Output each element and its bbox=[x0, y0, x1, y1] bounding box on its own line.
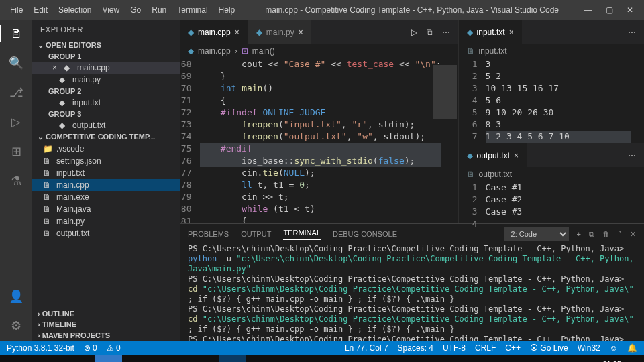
group-label: GROUP 3 bbox=[32, 109, 180, 119]
menu-help[interactable]: Help bbox=[214, 3, 240, 17]
maximize-icon[interactable]: ▢ bbox=[606, 5, 613, 15]
tab[interactable]: ◆input.txt× bbox=[459, 20, 523, 44]
tab[interactable]: ◆output.txt× bbox=[459, 143, 527, 167]
maven-section[interactable]: MAVEN PROJECTS bbox=[32, 330, 180, 341]
panel-tab[interactable]: OUTPUT bbox=[241, 230, 271, 238]
close-icon[interactable]: × bbox=[52, 63, 57, 72]
panel: PROBLEMSOUTPUTTERMINALDEBUG CONSOLE2: Co… bbox=[180, 223, 644, 341]
bell-icon[interactable]: 🔔 bbox=[627, 343, 637, 353]
trash-icon[interactable]: 🗑 bbox=[602, 230, 610, 238]
file-item[interactable]: 🗎input.txt bbox=[32, 167, 180, 179]
group-label: GROUP 2 bbox=[32, 86, 180, 97]
code-editor[interactable]: 6869707172737475767778798081828384858687… bbox=[180, 58, 458, 223]
panel-tab[interactable]: PROBLEMS bbox=[188, 230, 229, 238]
new-terminal-icon[interactable]: + bbox=[577, 230, 581, 238]
minimize-icon[interactable]: — bbox=[584, 5, 592, 15]
eol[interactable]: CRLF bbox=[475, 343, 496, 353]
vscode-icon[interactable]: ⋈ bbox=[219, 355, 246, 362]
file-item[interactable]: 🗎main.py bbox=[32, 215, 180, 227]
status-bar: Python 3.8.1 32-bit ⊗ 0 ⚠ 0 Ln 77, Col 7… bbox=[0, 341, 644, 355]
close-icon[interactable]: ✕ bbox=[627, 5, 633, 15]
menu-selection[interactable]: Selection bbox=[54, 3, 96, 17]
split-icon[interactable]: ⧉ bbox=[427, 27, 433, 37]
close-panel-icon[interactable]: ✕ bbox=[630, 230, 636, 239]
app-icon[interactable]: ▦ bbox=[188, 355, 215, 362]
settings-icon[interactable]: ⚙ bbox=[8, 318, 24, 334]
breadcrumb-output: output.txt bbox=[479, 170, 512, 179]
menu-view[interactable]: View bbox=[97, 3, 124, 17]
task-view-icon[interactable]: ⧉ bbox=[64, 355, 91, 362]
more-icon[interactable]: ⋯ bbox=[164, 25, 172, 34]
errors[interactable]: ⊗ 0 bbox=[84, 343, 97, 353]
menu-run[interactable]: Run bbox=[147, 3, 171, 17]
more-icon[interactable]: ⋯ bbox=[628, 27, 636, 37]
minimap[interactable] bbox=[441, 58, 458, 223]
menu-bar: FileEditSelectionViewGoRunTerminalHelp bbox=[5, 3, 239, 17]
panel-tab[interactable]: TERMINAL bbox=[283, 229, 321, 240]
test-icon[interactable]: ⚗ bbox=[8, 173, 24, 189]
breadcrumb[interactable]: ◆main.cpp›⊡main() bbox=[180, 44, 458, 58]
file-item[interactable]: 🗎main.exe bbox=[32, 191, 180, 203]
open-editor-item[interactable]: ◆main.py bbox=[32, 74, 180, 86]
search-taskbar-icon[interactable]: 🔍 bbox=[34, 355, 60, 362]
encoding[interactable]: UTF-8 bbox=[443, 343, 466, 353]
chrome-icon[interactable]: ◉ bbox=[95, 355, 122, 362]
group-label: GROUP 1 bbox=[32, 51, 180, 62]
run-debug-icon[interactable]: ▷ bbox=[8, 114, 24, 130]
file-item[interactable]: 🗎main.cpp bbox=[32, 179, 180, 191]
accounts-icon[interactable]: 👤 bbox=[8, 288, 24, 304]
file-explorer-icon[interactable]: 📁 bbox=[126, 355, 153, 362]
file-item[interactable]: 🗎settings.json bbox=[32, 155, 180, 167]
store-icon[interactable]: 🛍 bbox=[157, 355, 184, 362]
file-item[interactable]: 🗎Main.java bbox=[32, 203, 180, 215]
source-control-icon[interactable]: ⎇ bbox=[8, 84, 24, 101]
menu-file[interactable]: File bbox=[5, 3, 28, 17]
explorer-icon[interactable]: 🗎 bbox=[0, 25, 32, 42]
open-editors-section[interactable]: OPEN EDITORS bbox=[32, 40, 180, 51]
activity-bar: 🗎 🔍 ⎇ ▷ ⊞ ⚗ 👤 ⚙ bbox=[0, 20, 32, 341]
editor-tabs: ◆main.cpp×◆main.py×▷⧉⋯ bbox=[180, 20, 458, 44]
platform: Win32 bbox=[578, 343, 600, 353]
outline-section[interactable]: OUTLINE bbox=[32, 308, 180, 319]
panel-tab[interactable]: DEBUG CONSOLE bbox=[333, 230, 397, 238]
run-icon[interactable]: ▷ bbox=[411, 27, 417, 37]
sidebar: EXPLORER⋯ OPEN EDITORS GROUP 1×◆main.cpp… bbox=[32, 20, 180, 341]
open-editor-item[interactable]: ◆output.txt bbox=[32, 119, 180, 131]
open-editor-item[interactable]: ◆input.txt bbox=[32, 97, 180, 109]
chevron-up-icon[interactable]: ˄ bbox=[618, 230, 622, 239]
language[interactable]: C++ bbox=[505, 343, 521, 353]
spaces[interactable]: Spaces: 4 bbox=[398, 343, 433, 353]
menu-edit[interactable]: Edit bbox=[29, 3, 52, 17]
feedback-icon[interactable]: ☺ bbox=[610, 343, 618, 353]
window-title: main.cpp - Competitive Coding Template -… bbox=[239, 5, 584, 15]
split-terminal-icon[interactable]: ⧉ bbox=[589, 230, 594, 239]
tab[interactable]: ◆main.cpp× bbox=[180, 20, 248, 44]
close-icon[interactable]: × bbox=[235, 27, 239, 37]
file-item[interactable]: 🗎output.txt bbox=[32, 227, 180, 239]
go-live[interactable]: ⦿ Go Live bbox=[530, 343, 568, 353]
close-icon[interactable]: × bbox=[509, 27, 514, 37]
menu-go[interactable]: Go bbox=[125, 3, 146, 17]
timeline-section[interactable]: TIMELINE bbox=[32, 319, 180, 330]
cursor-pos[interactable]: Ln 77, Col 7 bbox=[345, 343, 388, 353]
breadcrumb-file: main.cpp bbox=[198, 46, 231, 56]
close-icon[interactable]: × bbox=[299, 27, 303, 37]
explorer-header: EXPLORER bbox=[40, 25, 83, 34]
warnings[interactable]: ⚠ 0 bbox=[107, 343, 121, 353]
more-icon[interactable]: ⋯ bbox=[628, 151, 636, 160]
tab[interactable]: ◆main.py× bbox=[248, 20, 312, 44]
open-editor-item[interactable]: ×◆main.cpp bbox=[32, 62, 180, 74]
close-icon[interactable]: × bbox=[514, 151, 519, 160]
python-version[interactable]: Python 3.8.1 32-bit bbox=[7, 343, 74, 353]
menu-terminal[interactable]: Terminal bbox=[172, 3, 212, 17]
extensions-icon[interactable]: ⊞ bbox=[8, 143, 24, 160]
more-icon[interactable]: ⋯ bbox=[442, 27, 450, 37]
start-icon[interactable]: ⊞ bbox=[3, 355, 30, 362]
breadcrumb-input: input.txt bbox=[479, 46, 507, 56]
output-editor[interactable]: 1234Case #1Case #2Case #3 bbox=[459, 182, 644, 230]
input-editor[interactable]: 123456735 210 13 15 16 175 69 10 20 26 3… bbox=[459, 58, 644, 143]
search-icon[interactable]: 🔍 bbox=[8, 55, 24, 71]
terminal[interactable]: PS C:\Users\chinm\Desktop\Coding Practic… bbox=[180, 244, 644, 341]
folder-section[interactable]: COMPETITIVE CODING TEMP... bbox=[32, 131, 180, 143]
file-item[interactable]: 📁.vscode bbox=[32, 143, 180, 155]
